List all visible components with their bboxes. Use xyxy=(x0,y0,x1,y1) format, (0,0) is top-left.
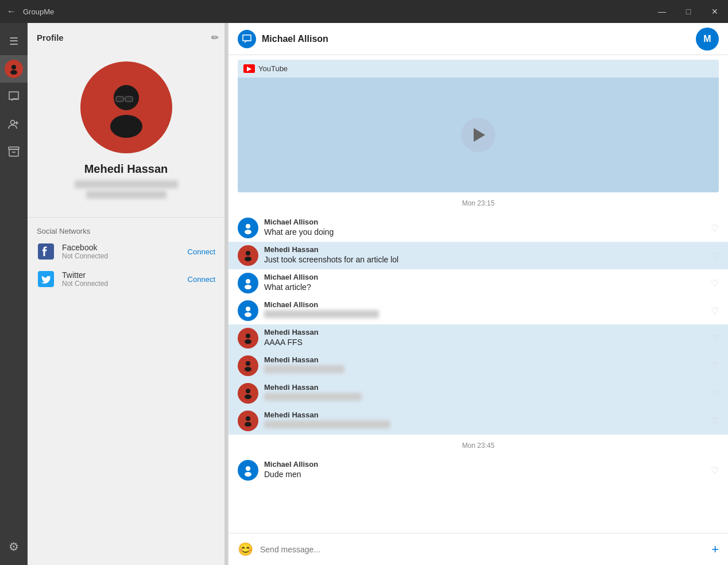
svg-point-19 xyxy=(245,312,251,317)
twitter-connect-button[interactable]: Connect xyxy=(188,275,215,284)
facebook-icon xyxy=(37,242,55,261)
message-sender: Michael Allison xyxy=(264,300,706,309)
like-button[interactable]: ♡ xyxy=(711,250,719,261)
chat-messages[interactable]: ▶ YouTube Mon 23:15 xyxy=(229,55,728,533)
back-button[interactable]: ← xyxy=(7,6,16,17)
twitter-logo xyxy=(38,271,54,287)
message-avatar xyxy=(238,273,258,293)
svg-point-1 xyxy=(10,70,17,75)
message-row: Mehedi Hassan AAAA FFS ♡ xyxy=(229,324,728,352)
profile-avatar-icon xyxy=(8,63,20,75)
message-text-blurred xyxy=(264,393,362,401)
youtube-logo: ▶ xyxy=(243,64,255,73)
message-sender: Michael Allison xyxy=(264,218,706,226)
svg-point-2 xyxy=(11,121,15,125)
close-button[interactable]: ✕ xyxy=(702,0,728,23)
user-avatar-icon xyxy=(242,415,254,427)
profile-scrollbar[interactable] xyxy=(224,23,228,565)
svg-point-24 xyxy=(246,389,250,393)
emoji-button[interactable]: 😊 xyxy=(238,542,253,557)
like-button[interactable]: ♡ xyxy=(711,361,719,371)
user-avatar-icon xyxy=(242,464,254,477)
user-avatar-icon xyxy=(242,387,254,400)
message-sender: Mehedi Hassan xyxy=(264,328,706,336)
profile-avatar xyxy=(80,61,172,153)
message-row: Michael Allison What are you doing ♡ xyxy=(229,214,728,242)
svg-point-23 xyxy=(245,367,251,371)
minimize-button[interactable]: — xyxy=(649,0,675,23)
like-button[interactable]: ♡ xyxy=(711,388,719,399)
nav-profile-button[interactable] xyxy=(0,55,28,83)
nav-settings-button[interactable]: ⚙ xyxy=(0,533,28,560)
message-avatar xyxy=(238,328,258,349)
message-avatar xyxy=(238,383,258,404)
message-content: Michael Allison What article? xyxy=(264,273,706,292)
timestamp-divider-2: Mon 23:45 xyxy=(229,442,728,450)
user-avatar-icon xyxy=(242,359,254,372)
chat-header: Michael Allison M xyxy=(229,23,728,55)
profile-content: Mehedi Hassan xyxy=(28,52,228,208)
profile-info-blurred-1 xyxy=(75,180,178,188)
youtube-video-area[interactable] xyxy=(238,78,719,192)
message-row: Michael Allison What article? ♡ xyxy=(229,269,728,297)
add-attachment-button[interactable]: + xyxy=(711,542,719,557)
svg-point-25 xyxy=(245,394,251,399)
chat-header-avatar[interactable]: M xyxy=(696,28,719,51)
svg-point-26 xyxy=(246,416,250,421)
contacts-icon xyxy=(7,118,20,130)
profile-divider xyxy=(28,217,228,218)
nav-archive-button[interactable] xyxy=(0,138,28,165)
twitter-status: Not Connected xyxy=(62,280,188,288)
groupme-icon xyxy=(242,34,252,44)
like-button[interactable]: ♡ xyxy=(711,278,719,289)
svg-rect-10 xyxy=(38,243,54,260)
svg-point-9 xyxy=(110,115,142,138)
nav-chats-button[interactable] xyxy=(0,83,28,110)
message-sender: Mehedi Hassan xyxy=(264,383,706,392)
twitter-info: Twitter Not Connected xyxy=(62,270,188,288)
svg-point-13 xyxy=(245,230,251,234)
svg-rect-6 xyxy=(116,96,123,102)
message-input[interactable] xyxy=(260,545,704,554)
maximize-button[interactable]: □ xyxy=(675,0,702,23)
svg-point-27 xyxy=(245,422,251,427)
youtube-embed: ▶ YouTube xyxy=(238,60,719,192)
nav-contacts-button[interactable] xyxy=(0,110,28,138)
message-sender: Mehedi Hassan xyxy=(264,355,706,364)
svg-point-20 xyxy=(246,334,250,338)
message-text-blurred xyxy=(264,420,390,428)
user-avatar-icon xyxy=(242,332,254,345)
like-button[interactable]: ♡ xyxy=(711,465,719,476)
app-body: ☰ xyxy=(0,23,728,565)
facebook-info: Facebook Not Connected xyxy=(62,243,188,260)
like-button[interactable]: ♡ xyxy=(711,305,719,316)
settings-icon: ⚙ xyxy=(9,540,19,554)
nav-menu-button[interactable]: ☰ xyxy=(0,28,28,55)
user-avatar-icon xyxy=(242,277,254,289)
message-content: Michael Allison What are you doing xyxy=(264,218,706,237)
play-button[interactable] xyxy=(461,118,495,152)
profile-panel: Profile ✏ xyxy=(28,23,229,565)
user-avatar-icon xyxy=(242,304,254,317)
facebook-logo xyxy=(38,243,54,260)
message-text: AAAA FFS xyxy=(264,338,706,347)
message-avatar xyxy=(238,355,258,376)
like-button[interactable]: ♡ xyxy=(711,333,719,344)
message-content: Michael Allison Dude men xyxy=(264,460,706,479)
svg-point-16 xyxy=(246,279,250,284)
hamburger-icon: ☰ xyxy=(9,35,18,48)
like-button[interactable]: ♡ xyxy=(711,223,719,234)
youtube-header: ▶ YouTube xyxy=(238,60,719,78)
input-bar: 😊 + xyxy=(229,533,728,565)
edit-profile-button[interactable]: ✏ xyxy=(211,32,219,43)
message-text-blurred xyxy=(264,310,379,318)
facebook-connect-button[interactable]: Connect xyxy=(188,247,215,256)
message-row: Mehedi Hassan Just took screenshots for … xyxy=(229,242,728,269)
svg-rect-7 xyxy=(125,96,133,102)
profile-header: Profile ✏ xyxy=(28,23,228,52)
like-button[interactable]: ♡ xyxy=(711,416,719,427)
contact-avatar-initials: M xyxy=(703,34,711,44)
message-content: Mehedi Hassan Just took screenshots for … xyxy=(264,245,706,264)
timestamp-divider-1: Mon 23:15 xyxy=(229,199,728,207)
message-text: Dude men xyxy=(264,470,706,479)
